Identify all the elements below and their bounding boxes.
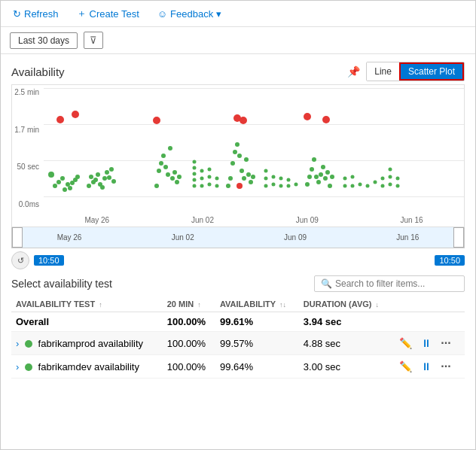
col-20min: 20 MIN ↑ <box>163 296 215 312</box>
plus-icon: ＋ <box>77 7 87 20</box>
funnel-icon: ⊽ <box>90 35 97 46</box>
svg-point-55 <box>314 175 319 179</box>
svg-point-2 <box>60 176 65 181</box>
svg-point-84 <box>279 177 283 181</box>
svg-point-28 <box>163 165 168 169</box>
svg-point-12 <box>87 184 91 188</box>
svg-point-88 <box>343 184 347 188</box>
row1-availability: 99.57% <box>215 332 299 355</box>
svg-point-68 <box>193 166 197 170</box>
tl-label-2: Jun 09 <box>284 233 307 242</box>
overall-min20: 100.00% <box>163 312 215 332</box>
row2-min20: 100.00% <box>163 355 215 379</box>
chart-y-labels: 2.5 min 1.7 min 50 sec 0.0ms <box>12 85 44 211</box>
timeline-area[interactable]: May 26 Jun 02 Jun 09 Jun 16 <box>11 227 465 248</box>
table-row[interactable]: › fabrikamdev availability 100.00% 99.64… <box>11 355 465 379</box>
svg-point-57 <box>319 172 323 177</box>
svg-point-74 <box>208 175 212 179</box>
svg-point-99 <box>389 168 392 172</box>
svg-point-0 <box>53 184 57 188</box>
search-input[interactable] <box>335 278 458 289</box>
table-row[interactable]: › fabrikamprod availability 100.00% 99.5… <box>11 332 465 355</box>
sort-icon-3[interactable]: ↓ <box>376 301 380 309</box>
chevron-down-icon: ▾ <box>216 8 221 20</box>
svg-point-15 <box>93 178 98 182</box>
overall-name: Overall <box>11 312 163 332</box>
expand-icon-1[interactable]: › <box>16 361 19 372</box>
toolbar: ↻ Refresh ＋ Create Test ☺ Feedback ▾ <box>1 1 475 27</box>
filter-funnel-button[interactable]: ⊽ <box>84 32 103 49</box>
row1-pause-button[interactable]: ⏸ <box>419 336 434 350</box>
sort-icon-2[interactable]: ↑↓ <box>279 301 286 309</box>
refresh-button[interactable]: ↻ Refresh <box>10 7 62 21</box>
row2-more-button[interactable]: ··· <box>438 359 453 374</box>
svg-point-33 <box>175 180 179 184</box>
svg-point-80 <box>264 169 268 173</box>
time-range-left: ↺ 10:50 <box>11 251 64 269</box>
svg-point-60 <box>325 170 330 175</box>
tl-label-0: May 26 <box>57 233 82 242</box>
feedback-button[interactable]: ☺ Feedback ▾ <box>154 7 224 21</box>
svg-point-62 <box>330 175 334 179</box>
y-label-0: 2.5 min <box>14 88 42 96</box>
sort-icon-0[interactable]: ↑ <box>99 301 102 309</box>
svg-point-30 <box>168 146 172 151</box>
row1-action-btns: ✏️ ⏸ ··· <box>397 336 460 351</box>
timeline-reset-button[interactable]: ↺ <box>11 251 29 269</box>
svg-point-81 <box>272 183 276 187</box>
svg-point-58 <box>321 165 325 169</box>
date-range-button[interactable]: Last 30 days <box>10 32 78 49</box>
svg-point-61 <box>328 184 332 188</box>
row1-edit-button[interactable]: ✏️ <box>397 336 414 350</box>
svg-point-18 <box>100 185 105 190</box>
svg-point-32 <box>172 170 177 175</box>
chart-title: Availability <box>11 65 65 78</box>
sort-icon-1[interactable]: ↑ <box>197 301 201 309</box>
svg-point-56 <box>316 180 321 184</box>
svg-point-42 <box>240 169 244 173</box>
svg-point-70 <box>200 184 204 188</box>
svg-point-66 <box>193 178 197 182</box>
overall-actions <box>392 312 465 332</box>
x-label-2: Jun 09 <box>296 216 319 224</box>
svg-point-5 <box>68 186 72 190</box>
main-content: Availability 📌 Line Scatter Plot 2.5 min… <box>1 54 475 379</box>
search-box[interactable]: 🔍 <box>314 275 465 292</box>
svg-point-27 <box>161 154 166 158</box>
svg-point-51 <box>305 182 310 187</box>
svg-point-95 <box>381 184 385 188</box>
svg-point-90 <box>351 184 355 188</box>
pin-button[interactable]: 📌 <box>346 64 362 79</box>
scatter-view-button[interactable]: Scatter Plot <box>399 62 464 81</box>
svg-point-87 <box>294 183 298 187</box>
create-test-label: Create Test <box>90 8 139 20</box>
col-duration: DURATION (AVG) ↓ <box>299 296 392 312</box>
status-dot-1 <box>25 363 32 371</box>
start-time-badge: 10:50 <box>34 255 64 266</box>
overall-duration: 3.94 sec <box>299 312 392 332</box>
svg-point-76 <box>215 184 219 188</box>
date-range-label: Last 30 days <box>18 35 69 46</box>
timeline-right-handle[interactable] <box>453 227 464 248</box>
svg-point-41 <box>237 154 242 158</box>
create-test-button[interactable]: ＋ Create Test <box>74 5 142 22</box>
svg-point-38 <box>230 161 235 166</box>
feedback-label: Feedback <box>170 8 213 20</box>
table-header-row: Select availability test 🔍 <box>11 275 465 292</box>
search-icon: 🔍 <box>321 278 332 289</box>
timeline-left-handle[interactable] <box>12 227 23 248</box>
row2-availability: 99.64% <box>215 355 299 379</box>
svg-point-47 <box>251 175 255 179</box>
row2-edit-button[interactable]: ✏️ <box>397 360 414 373</box>
row1-actions: ✏️ ⏸ ··· <box>392 332 465 355</box>
time-range-bar: ↺ 10:50 10:50 <box>11 250 465 271</box>
expand-icon-0[interactable]: › <box>16 338 19 349</box>
row1-more-button[interactable]: ··· <box>438 336 453 351</box>
svg-point-31 <box>170 176 175 181</box>
line-view-button[interactable]: Line <box>367 62 399 81</box>
row2-pause-button[interactable]: ⏸ <box>419 360 434 373</box>
svg-point-45 <box>246 172 251 177</box>
svg-point-96 <box>381 177 385 181</box>
view-toggle: Line Scatter Plot <box>366 62 465 81</box>
row2-actions: ✏️ ⏸ ··· <box>392 355 465 379</box>
